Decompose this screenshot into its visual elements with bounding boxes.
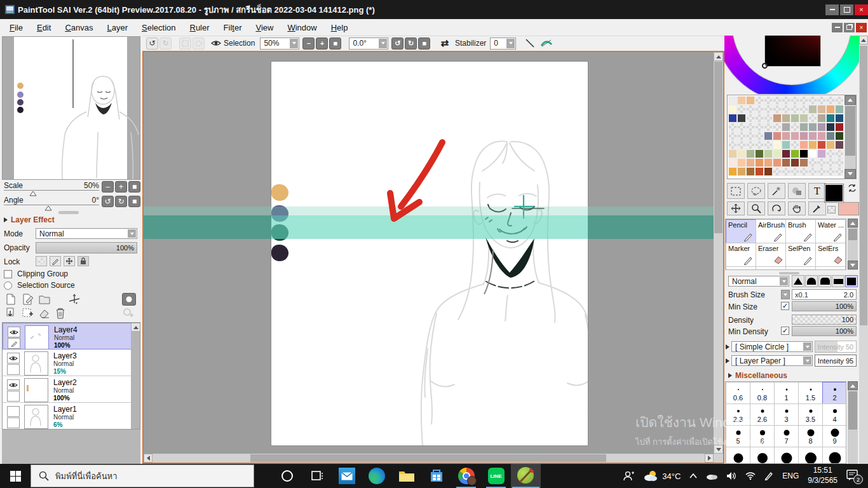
palette-swatch[interactable] <box>826 105 835 114</box>
menu-item-filter[interactable]: Filter <box>217 20 249 35</box>
palette-swatch[interactable] <box>728 114 737 123</box>
rotate-cw-button-left[interactable]: ↻ <box>115 196 127 207</box>
background-color-swatch[interactable] <box>838 202 859 215</box>
palette-swatch[interactable] <box>799 140 808 149</box>
move-tool-button[interactable] <box>727 201 745 215</box>
undo-button[interactable]: ↺ <box>146 37 158 50</box>
palette-swatch[interactable] <box>808 149 817 158</box>
color-picker-cursor[interactable] <box>762 63 768 69</box>
tool-grid-scrollbar[interactable] <box>848 219 858 270</box>
brush-size-unit-button[interactable] <box>781 290 790 299</box>
palette-swatch[interactable] <box>808 105 817 114</box>
angle-select-arrow[interactable] <box>379 39 387 48</box>
panel-scroll-thumb[interactable] <box>860 46 867 325</box>
palette-swatch[interactable] <box>782 114 790 123</box>
weather-widget[interactable]: 34°C <box>643 470 681 482</box>
brush-texture-select[interactable]: [ Layer Paper ] <box>731 355 813 366</box>
palette-swatch[interactable] <box>728 96 737 105</box>
layer-row-layer3[interactable]: Layer3Normal15% <box>3 349 132 376</box>
deselect-button[interactable] <box>179 37 191 50</box>
canvas-hscroll-thumb[interactable] <box>250 454 606 462</box>
angle-reset-button-left[interactable]: ■ <box>128 196 140 207</box>
palette-empty-slot[interactable] <box>835 96 844 105</box>
texture-intensity-field[interactable]: Intensity 95 <box>815 355 857 367</box>
lock-all-button[interactable] <box>78 256 89 266</box>
brush-size-1.5[interactable]: 1.5 <box>798 382 823 404</box>
rotate-ccw-button-left[interactable]: ↺ <box>102 196 114 207</box>
palette-swatch[interactable] <box>817 123 826 132</box>
canvas-scroll-right-button[interactable] <box>705 454 714 463</box>
selection-source-radio[interactable] <box>4 281 12 290</box>
palette-empty-slot[interactable] <box>764 96 773 105</box>
new-layer-folder-icon[interactable] <box>38 294 51 305</box>
palette-empty-slot[interactable] <box>773 105 782 114</box>
palette-empty-slot[interactable] <box>790 167 799 176</box>
tool-airbrush[interactable]: AirBrush <box>756 219 786 243</box>
palette-swatch[interactable] <box>817 114 826 123</box>
palette-empty-slot[interactable] <box>835 158 844 167</box>
miscellaneous-header[interactable]: Miscellaneous <box>728 371 787 380</box>
size-scroll-thumb[interactable] <box>848 391 857 430</box>
palette-scroll-down-button[interactable] <box>844 169 856 179</box>
palette-empty-slot[interactable] <box>799 105 808 114</box>
brush-size-large-18[interactable] <box>798 447 823 464</box>
zoom-select-arrow[interactable] <box>290 39 298 48</box>
palette-swatch[interactable] <box>826 140 835 149</box>
brush-size-0.6[interactable]: 0.6 <box>726 382 750 404</box>
tool-scroll-down-button[interactable] <box>848 261 858 269</box>
palette-swatch[interactable] <box>790 158 799 167</box>
palette-swatch[interactable] <box>808 140 817 149</box>
palette-empty-slot[interactable] <box>817 158 826 167</box>
palette-empty-slot[interactable] <box>799 167 808 176</box>
tip-shape-triangle-button[interactable] <box>792 275 804 287</box>
palette-swatch[interactable] <box>728 167 737 176</box>
rotate-ccw-button[interactable]: ↺ <box>391 37 403 50</box>
palette-swatch[interactable] <box>835 114 844 123</box>
layer-scroll-up-button[interactable] <box>131 323 140 332</box>
brush-blend-mode-select[interactable]: Normal <box>728 276 789 287</box>
canvas-vscroll-thumb[interactable] <box>714 62 722 233</box>
palette-empty-slot[interactable] <box>808 114 817 123</box>
stroke-stabilizer-icon[interactable] <box>540 38 553 48</box>
palette-swatch[interactable] <box>773 158 782 167</box>
file-explorer-button[interactable] <box>391 464 421 488</box>
palette-swatch[interactable] <box>790 114 799 123</box>
swap-colors-icon[interactable] <box>847 183 857 193</box>
panel-scroll-up-button[interactable] <box>859 36 868 44</box>
pen-icon[interactable] <box>764 471 773 480</box>
palette-swatch[interactable] <box>728 105 737 114</box>
palette-swatch[interactable] <box>755 167 764 176</box>
palette-swatch[interactable] <box>808 132 817 140</box>
palette-empty-slot[interactable] <box>746 132 755 140</box>
lock-position-button[interactable] <box>64 256 75 266</box>
marquee-tool-button[interactable] <box>727 183 745 199</box>
palette-swatch[interactable] <box>826 114 835 123</box>
palette-empty-slot[interactable] <box>746 114 755 123</box>
brush-size-2.6[interactable]: 2.6 <box>750 403 775 426</box>
palette-empty-slot[interactable] <box>737 132 746 140</box>
palette-empty-slot[interactable] <box>782 167 790 176</box>
brush-size-0.8[interactable]: 0.8 <box>750 382 775 404</box>
brush-size-large-15[interactable] <box>726 447 750 464</box>
brush-size-8[interactable]: 8 <box>798 425 823 447</box>
shape-collapse-arrow[interactable] <box>726 344 729 349</box>
texture-collapse-arrow[interactable] <box>726 358 729 363</box>
palette-empty-slot[interactable] <box>835 167 844 176</box>
flip-icon[interactable]: ⇄ <box>440 37 449 49</box>
menu-item-window[interactable]: Window <box>280 20 323 35</box>
palette-swatch[interactable] <box>826 123 835 132</box>
stabilizer-select-arrow[interactable] <box>506 39 515 48</box>
zoom-in-button[interactable]: + <box>316 37 328 50</box>
palette-empty-slot[interactable] <box>790 96 799 105</box>
tool-gradation-clipped[interactable]: Gradation <box>785 266 816 270</box>
size-scroll-up-button[interactable] <box>848 381 858 390</box>
tool-bucket-clipped[interactable]: Bucket <box>726 266 756 270</box>
canvas-scroll-down-button[interactable] <box>714 445 723 454</box>
palette-swatch[interactable] <box>773 132 782 140</box>
tool-selers[interactable]: SelErs <box>815 243 846 267</box>
action-center-button[interactable]: 2 <box>846 470 862 482</box>
layer-secondary-toggle[interactable] <box>7 417 20 428</box>
palette-empty-slot[interactable] <box>728 123 737 132</box>
layer-row-layer1[interactable]: Layer1Normal6% <box>3 403 132 430</box>
palette-empty-slot[interactable] <box>764 105 773 114</box>
